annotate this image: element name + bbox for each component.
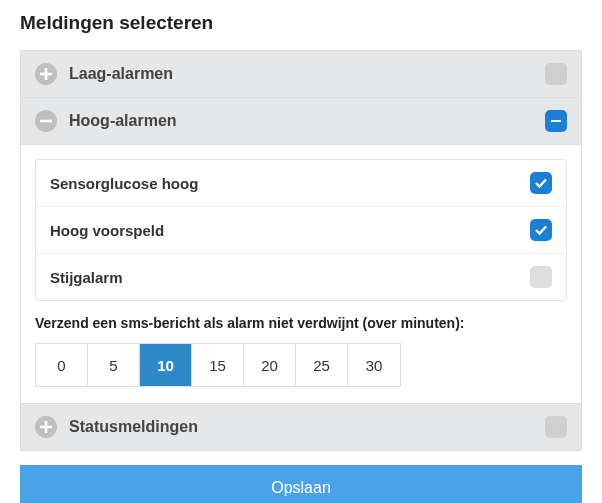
minute-option[interactable]: 20 bbox=[244, 344, 296, 386]
collapse-icon[interactable] bbox=[545, 110, 567, 132]
option-row[interactable]: Hoog voorspeld bbox=[36, 207, 566, 254]
checkbox-on[interactable] bbox=[530, 219, 552, 241]
save-button[interactable]: Opslaan bbox=[20, 465, 582, 503]
plus-icon bbox=[35, 416, 57, 438]
svg-rect-2 bbox=[45, 68, 48, 80]
section-header-high[interactable]: Hoog-alarmen bbox=[21, 98, 581, 145]
minute-picker: 0 5 10 15 20 25 30 bbox=[35, 343, 401, 387]
option-row[interactable]: Stijgalarm bbox=[36, 254, 566, 300]
minus-icon bbox=[35, 110, 57, 132]
checkbox-on[interactable] bbox=[530, 172, 552, 194]
option-label: Hoog voorspeld bbox=[50, 222, 530, 239]
section-checkbox-low[interactable] bbox=[545, 63, 567, 85]
minute-option[interactable]: 25 bbox=[296, 344, 348, 386]
option-label: Stijgalarm bbox=[50, 269, 530, 286]
minute-option[interactable]: 5 bbox=[88, 344, 140, 386]
options-list: Sensorglucose hoog Hoog voorspeld Stijga… bbox=[35, 159, 567, 301]
section-checkbox-status[interactable] bbox=[545, 416, 567, 438]
option-row[interactable]: Sensorglucose hoog bbox=[36, 160, 566, 207]
plus-icon bbox=[35, 63, 57, 85]
svg-rect-7 bbox=[45, 421, 48, 433]
section-title-status: Statusmeldingen bbox=[69, 418, 545, 436]
checkbox-off[interactable] bbox=[530, 266, 552, 288]
minute-option[interactable]: 30 bbox=[348, 344, 400, 386]
accordion: Laag-alarmen Hoog-alarmen Sensorglucose … bbox=[20, 50, 582, 451]
section-title-high: Hoog-alarmen bbox=[69, 112, 545, 130]
minute-option[interactable]: 15 bbox=[192, 344, 244, 386]
minute-option[interactable]: 0 bbox=[36, 344, 88, 386]
sms-label: Verzend een sms-bericht als alarm niet v… bbox=[35, 315, 567, 331]
section-title-low: Laag-alarmen bbox=[69, 65, 545, 83]
section-header-low[interactable]: Laag-alarmen bbox=[21, 51, 581, 98]
svg-rect-4 bbox=[40, 120, 52, 123]
option-label: Sensorglucose hoog bbox=[50, 175, 530, 192]
page-title: Meldingen selecteren bbox=[20, 12, 582, 34]
section-header-status[interactable]: Statusmeldingen bbox=[21, 404, 581, 450]
section-body-high: Sensorglucose hoog Hoog voorspeld Stijga… bbox=[21, 145, 581, 404]
minute-option-selected[interactable]: 10 bbox=[140, 344, 192, 386]
